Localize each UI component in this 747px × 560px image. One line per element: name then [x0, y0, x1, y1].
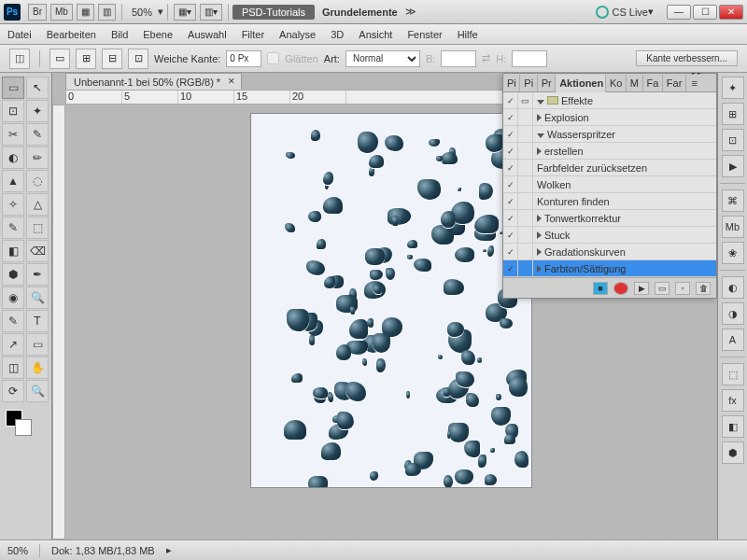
dock-icon-4[interactable]: ⌘ [722, 189, 744, 212]
background-swatch[interactable] [15, 419, 32, 436]
tool-26[interactable]: ⟳ [2, 380, 24, 402]
dock-icon-7[interactable]: ◐ [722, 276, 744, 299]
menu-bild[interactable]: Bild [111, 29, 128, 40]
dock-icon-5[interactable]: Mb [722, 216, 744, 238]
panel-tab[interactable]: Pi [503, 75, 520, 91]
tool-24[interactable]: ◫ [2, 357, 24, 379]
tool-15[interactable]: ⌫ [26, 240, 49, 262]
tool-10[interactable]: ✧ [2, 193, 24, 216]
record-button[interactable] [613, 282, 628, 295]
panel-tab-active[interactable]: Aktionen [556, 75, 606, 92]
panel-tab[interactable]: Pi [520, 75, 537, 91]
tool-21[interactable]: T [26, 310, 49, 332]
delete-button[interactable]: 🗑 [696, 282, 711, 295]
action-row[interactable]: ✓Wolken [503, 176, 716, 193]
dock-icon-6[interactable]: ❀ [722, 242, 744, 264]
bridge-button[interactable]: Br [28, 4, 47, 21]
menu-bearbeiten[interactable]: Bearbeiten [47, 29, 96, 40]
stop-button[interactable]: ■ [593, 282, 608, 295]
dock-icon-12[interactable]: ◧ [722, 415, 744, 438]
status-zoom[interactable]: 50% [7, 545, 28, 556]
play-button[interactable]: ▶ [634, 282, 649, 295]
tool-11[interactable]: △ [26, 193, 49, 216]
menu-fenster[interactable]: Fenster [407, 29, 442, 40]
color-swatches[interactable] [2, 410, 49, 438]
close-tab-icon[interactable]: ✕ [228, 77, 235, 86]
action-row[interactable]: ✓Konturen finden [503, 193, 716, 210]
dock-icon-11[interactable]: fx [722, 389, 744, 412]
panel-tab[interactable]: M [627, 75, 643, 91]
feather-input[interactable] [226, 50, 261, 67]
menu-auswahl[interactable]: Auswahl [188, 29, 227, 40]
refine-edge-button[interactable]: Kante verbessern... [636, 50, 738, 66]
action-row[interactable]: ✓Stuck [503, 227, 716, 244]
menu-ansicht[interactable]: Ansicht [359, 29, 392, 40]
dock-icon-3[interactable]: ▶ [722, 155, 744, 177]
dock-icon-10[interactable]: ⬚ [722, 363, 744, 385]
zoom-level[interactable]: 50% [132, 7, 152, 18]
tool-5[interactable]: ✎ [26, 123, 49, 146]
tool-22[interactable]: ↗ [2, 333, 24, 356]
tool-8[interactable]: ▲ [2, 170, 24, 192]
menu-hilfe[interactable]: Hilfe [458, 29, 478, 40]
dock-icon-9[interactable]: A [722, 329, 744, 351]
workspace-label[interactable]: PSD-Tutorials [233, 5, 315, 20]
close-button[interactable]: ✕ [719, 5, 743, 20]
tool-18[interactable]: ◉ [2, 287, 24, 309]
action-row[interactable]: ✓Wasserspritzer [503, 126, 716, 143]
new-selection-icon[interactable]: ▭ [49, 49, 70, 69]
tool-preset-icon[interactable]: ◫ [9, 49, 30, 69]
tool-13[interactable]: ⬚ [26, 217, 49, 239]
tool-9[interactable]: ◌ [26, 170, 49, 192]
tool-19[interactable]: 🔍 [26, 287, 49, 309]
panel-tab[interactable]: Ko [606, 75, 627, 91]
canvas[interactable] [251, 114, 531, 487]
minimize-button[interactable]: — [667, 5, 691, 20]
guides-button[interactable]: ▥▾ [200, 4, 222, 21]
menu-datei[interactable]: Datei [7, 29, 32, 40]
tool-17[interactable]: ✒ [26, 263, 49, 286]
tool-14[interactable]: ◧ [2, 240, 24, 262]
tool-7[interactable]: ✏ [26, 147, 49, 169]
extras-button[interactable]: ▦▾ [174, 4, 196, 21]
action-row[interactable]: ✓Farbton/Sättigung [503, 260, 716, 277]
action-row[interactable]: ✓Farbfelder zurücksetzen [503, 160, 716, 176]
dock-icon-2[interactable]: ⊡ [722, 129, 744, 151]
new-set-button[interactable]: ▭ [655, 282, 669, 295]
subtract-selection-icon[interactable]: ⊟ [102, 49, 122, 69]
status-menu-icon[interactable]: ▸ [166, 544, 172, 556]
tool-12[interactable]: ✎ [2, 217, 24, 239]
menu-3d[interactable]: 3D [331, 29, 344, 40]
add-selection-icon[interactable]: ⊞ [76, 49, 96, 69]
menu-ebene[interactable]: Ebene [143, 29, 173, 40]
tool-2[interactable]: ⊡ [2, 100, 24, 122]
panel-tab[interactable]: Fa [643, 75, 663, 91]
action-row[interactable]: ✓Explosion [503, 109, 716, 126]
tool-23[interactable]: ▭ [26, 333, 49, 356]
tool-16[interactable]: ⬢ [2, 263, 24, 286]
status-doc-size[interactable]: Dok: 1,83 MB/1,83 MB [51, 545, 155, 556]
more-icon[interactable]: ≫ [405, 6, 416, 18]
tool-6[interactable]: ◐ [2, 147, 24, 169]
screen-mode-button[interactable]: ▦ [77, 4, 94, 21]
cslive-button[interactable]: CS Live ▾ [596, 6, 654, 19]
arrange-button[interactable]: ▥ [98, 4, 116, 21]
workspace-name[interactable]: Grundelemente [322, 7, 398, 18]
tool-4[interactable]: ✂ [2, 123, 24, 146]
panel-tab[interactable]: Pr [538, 75, 556, 91]
dock-icon-0[interactable]: ✦ [722, 77, 744, 99]
panel-tab[interactable]: Far [663, 75, 686, 91]
action-row[interactable]: ✓Gradationskurven [503, 244, 716, 260]
document-tab[interactable]: Unbenannt-1 bei 50% (RGB/8) *✕ [65, 73, 242, 91]
menu-filter[interactable]: Filter [242, 29, 264, 40]
menu-analyse[interactable]: Analyse [279, 29, 316, 40]
panel-menu-icon[interactable]: ▸▸ ≡ [686, 73, 716, 91]
action-row[interactable]: ✓Tonwertkorrektur [503, 210, 716, 227]
tool-25[interactable]: ✋ [26, 357, 49, 379]
dock-icon-13[interactable]: ⬢ [722, 441, 744, 464]
tool-20[interactable]: ✎ [2, 310, 24, 332]
new-action-button[interactable]: ▫ [675, 282, 690, 295]
tool-1[interactable]: ↖ [26, 77, 49, 99]
maximize-button[interactable]: ☐ [693, 5, 717, 20]
intersect-selection-icon[interactable]: ⊡ [128, 49, 148, 69]
